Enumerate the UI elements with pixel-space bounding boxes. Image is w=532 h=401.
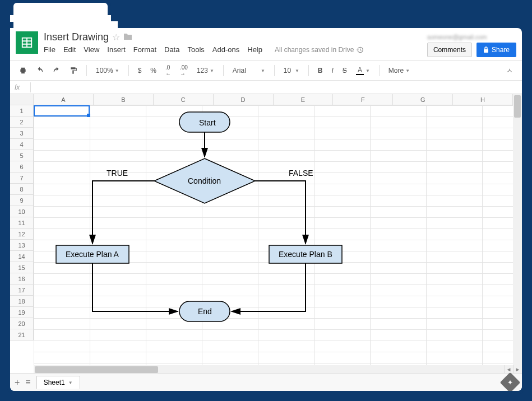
formula-bar[interactable]: fx — [10, 81, 522, 94]
row-header-1[interactable]: 1 — [10, 105, 33, 116]
undo-button[interactable] — [33, 64, 47, 77]
col-header-f[interactable]: F — [333, 94, 393, 105]
menu-tools[interactable]: Tools — [187, 45, 204, 54]
row-header-15[interactable]: 15 — [10, 262, 33, 273]
menu-format[interactable]: Format — [133, 45, 156, 54]
menu-view[interactable]: View — [84, 45, 99, 54]
row-header-9[interactable]: 9 — [10, 195, 33, 206]
svg-rect-4 — [484, 49, 488, 53]
row-header-8[interactable]: 8 — [10, 184, 33, 195]
select-all-corner[interactable] — [10, 94, 34, 105]
col-header-e[interactable]: E — [274, 94, 334, 105]
paint-format-button[interactable] — [66, 64, 81, 77]
menu-data[interactable]: Data — [164, 45, 179, 54]
col-header-d[interactable]: D — [214, 94, 274, 105]
format-123-dropdown[interactable]: 123 ▼ — [193, 64, 218, 77]
row-header-10[interactable]: 10 — [10, 206, 33, 217]
explore-button[interactable]: ✦ — [500, 372, 521, 393]
currency-button[interactable]: $ — [135, 64, 145, 77]
paint-icon — [70, 67, 77, 74]
row-header-13[interactable]: 13 — [10, 240, 33, 251]
row-header-5[interactable]: 5 — [10, 150, 33, 161]
document-title[interactable]: Insert Drawing — [44, 31, 109, 43]
comments-button[interactable]: Comments — [427, 43, 472, 57]
row-header-16[interactable]: 16 — [10, 273, 33, 285]
folder-icon[interactable] — [123, 32, 132, 43]
sheet-tab-1[interactable]: Sheet1 ▼ — [36, 376, 80, 389]
col-header-b[interactable]: B — [94, 94, 154, 105]
sheets-icon — [21, 36, 33, 49]
active-cell-a1[interactable] — [34, 105, 90, 116]
col-header-a[interactable]: A — [34, 94, 94, 105]
print-icon — [19, 67, 27, 74]
row-header-19[interactable]: 19 — [10, 307, 33, 318]
row-header-20[interactable]: 20 — [10, 318, 33, 329]
row-header-2[interactable]: 2 — [10, 116, 33, 128]
menu-insert[interactable]: Insert — [107, 45, 126, 54]
redo-icon — [53, 67, 61, 74]
menu-file[interactable]: File — [44, 45, 55, 54]
sheets-logo[interactable] — [16, 31, 38, 54]
browser-tab[interactable] — [10, 0, 111, 17]
history-icon — [356, 46, 364, 54]
decrease-decimal-button[interactable]: .0← — [162, 62, 174, 79]
save-status: All changes saved in Drive — [275, 46, 364, 54]
row-header-17[interactable]: 17 — [10, 285, 33, 296]
spreadsheet-grid[interactable]: A B C D E F G H 123456789101112131415161… — [10, 94, 522, 374]
row-header-3[interactable]: 3 — [10, 128, 33, 139]
sheet-tabs-bar: + ≡ Sheet1 ▼ ✦ — [10, 373, 522, 391]
col-header-c[interactable]: C — [154, 94, 214, 105]
more-button[interactable]: More ▼ — [385, 64, 413, 77]
row-header-6[interactable]: 6 — [10, 161, 33, 172]
col-header-g[interactable]: G — [393, 94, 453, 105]
all-sheets-button[interactable]: ≡ — [25, 377, 30, 388]
sheet-tab-menu-icon[interactable]: ▼ — [68, 380, 73, 385]
vertical-scrollbar[interactable] — [513, 94, 522, 365]
menu-addons[interactable]: Add-ons — [212, 45, 239, 54]
app-window: Insert Drawing ☆ File Edit View Insert F… — [7, 25, 525, 394]
flow-plan-b: Execute Plan B — [279, 250, 332, 259]
fx-label: fx — [15, 83, 26, 91]
font-dropdown[interactable]: Arial ▼ — [229, 64, 269, 77]
col-header-h[interactable]: H — [453, 94, 513, 105]
row-header-12[interactable]: 12 — [10, 229, 33, 240]
star-icon[interactable]: ☆ — [112, 32, 120, 43]
sheet-tab-label: Sheet1 — [44, 379, 65, 386]
row-header-21[interactable]: 21 — [10, 329, 33, 341]
strike-button[interactable]: S — [339, 64, 350, 77]
increase-decimal-button[interactable]: .00→ — [177, 62, 191, 79]
menu-edit[interactable]: Edit — [63, 45, 76, 54]
toolbar: 100% ▼ $ % .0← .00→ 123 ▼ Arial ▼ 10 ▼ B… — [10, 60, 522, 81]
flow-condition: Condition — [188, 176, 221, 185]
row-header-4[interactable]: 4 — [10, 139, 33, 150]
row-header-14[interactable]: 14 — [10, 251, 33, 262]
share-button[interactable]: Share — [477, 43, 516, 57]
percent-button[interactable]: % — [147, 64, 160, 77]
italic-button[interactable]: I — [329, 64, 337, 77]
row-header-18[interactable]: 18 — [10, 296, 33, 307]
flow-false-label: FALSE — [289, 169, 313, 178]
flow-plan-a: Execute Plan A — [66, 250, 119, 259]
bold-button[interactable]: B — [314, 64, 326, 77]
flow-true-label: TRUE — [107, 169, 128, 178]
undo-icon — [36, 67, 44, 74]
row-header-7[interactable]: 7 — [10, 172, 33, 184]
collapse-toolbar-button[interactable]: ㅅ — [503, 64, 516, 78]
font-size-dropdown[interactable]: 10 ▼ — [280, 64, 303, 77]
lock-icon — [483, 46, 489, 53]
user-email[interactable]: someone@gmail.com — [427, 34, 516, 40]
flow-end: End — [198, 307, 212, 316]
redo-button[interactable] — [49, 64, 64, 77]
text-color-button[interactable]: A ▼ — [353, 64, 373, 77]
print-button[interactable] — [16, 64, 30, 77]
menu-help[interactable]: Help — [247, 45, 262, 54]
add-sheet-button[interactable]: + — [15, 377, 20, 388]
zoom-dropdown[interactable]: 100% ▼ — [92, 64, 123, 77]
row-header-11[interactable]: 11 — [10, 217, 33, 229]
flow-start: Start — [199, 118, 216, 127]
